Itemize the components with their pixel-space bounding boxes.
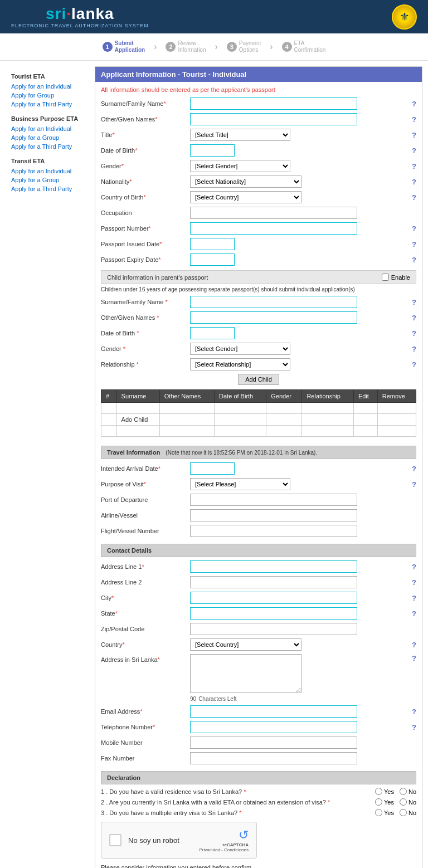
addr2-input[interactable]	[190, 576, 357, 588]
country-birth-help-icon[interactable]: ?	[412, 193, 416, 202]
nationality-help-icon[interactable]: ?	[412, 178, 416, 186]
col-relationship: Relationship	[302, 390, 354, 403]
q1-yes-label[interactable]: Yes	[375, 788, 394, 795]
contact-country-select[interactable]: [Select Country]	[190, 638, 301, 651]
dob-help-icon[interactable]: ?	[412, 147, 416, 155]
other-names-help-icon[interactable]: ?	[412, 115, 416, 124]
surname-help-icon[interactable]: ?	[412, 100, 416, 108]
step-4[interactable]: 4 ETAConfirmation	[273, 38, 335, 56]
child-surname-input[interactable]	[190, 296, 357, 308]
child-dob-help-icon[interactable]: ?	[412, 329, 416, 338]
country-birth-label: Country of Birth*	[101, 194, 190, 201]
child-relationship-help-icon[interactable]: ?	[412, 360, 416, 369]
surname-input[interactable]	[190, 97, 357, 110]
addr1-input[interactable]	[190, 560, 357, 573]
child-other-names-help-icon[interactable]: ?	[412, 314, 416, 322]
sidebar-transit-third-party[interactable]: Apply for a Third Party	[11, 184, 89, 193]
email-row: Email Address* ?	[101, 705, 416, 718]
phone-help-icon[interactable]: ?	[412, 723, 416, 732]
q2-no-radio[interactable]	[400, 798, 407, 806]
title-select[interactable]: [Select Title]	[190, 129, 290, 141]
purpose-help-icon[interactable]: ?	[412, 480, 416, 489]
recaptcha-icon: ↺	[200, 828, 249, 842]
other-names-input[interactable]	[190, 113, 357, 125]
gender-select[interactable]: [Select Gender]	[190, 160, 290, 172]
flight-input[interactable]	[190, 525, 357, 537]
passport-num-input[interactable]	[190, 222, 357, 235]
sri-lanka-addr-help-icon[interactable]: ?	[412, 654, 416, 662]
sidebar-transit-individual[interactable]: Apply for an Individual	[11, 167, 89, 175]
sidebar-tourist-group[interactable]: Apply for Group	[11, 91, 89, 100]
state-help-icon[interactable]: ?	[412, 609, 416, 618]
child-dob-input[interactable]	[190, 327, 235, 339]
child-gender-select[interactable]: [Select Gender]	[190, 343, 290, 355]
phone-input[interactable]	[190, 721, 357, 733]
q1-no-label[interactable]: No	[400, 788, 416, 795]
header: sri·lanka ELECTRONIC TRAVEL AUTHORIZATIO…	[0, 0, 428, 33]
title-help-icon[interactable]: ?	[412, 131, 416, 139]
arrival-date-help-icon[interactable]: ?	[412, 465, 416, 473]
passport-num-help-icon[interactable]: ?	[412, 225, 416, 233]
passport-issued-help-icon[interactable]: ?	[412, 240, 416, 248]
child-relationship-select[interactable]: [Select Relationship]	[190, 358, 290, 370]
nationality-select[interactable]: [Select Nationality]	[190, 175, 301, 188]
child-warning: Children under 16 years of age possessin…	[101, 286, 416, 292]
empty2-6	[302, 426, 354, 437]
sidebar-transit-group[interactable]: Apply for a Group	[11, 175, 89, 184]
q3-no-radio[interactable]	[400, 809, 407, 816]
country-birth-row: Country of Birth* [Select Country] ?	[101, 191, 416, 203]
step-1[interactable]: 1 SubmitApplication	[94, 38, 154, 56]
child-gender-row: Gender * [Select Gender] ?	[101, 343, 416, 355]
passport-expiry-help-icon[interactable]: ?	[412, 256, 416, 264]
addr2-help-icon[interactable]: ?	[412, 578, 416, 587]
city-input[interactable]	[190, 592, 357, 604]
purpose-label: Purpose of Visit*	[101, 481, 190, 487]
arrival-date-input[interactable]	[190, 462, 235, 475]
occupation-input[interactable]	[190, 207, 357, 219]
recaptcha-box[interactable]: No soy un robot ↺ reCAPTCHA Privacidad -…	[101, 822, 257, 859]
city-help-icon[interactable]: ?	[412, 594, 416, 602]
child-other-names-input[interactable]	[190, 311, 357, 324]
port-input[interactable]	[190, 494, 357, 506]
step-3[interactable]: 3 PaymentOptions	[218, 38, 270, 56]
child-surname-help-icon[interactable]: ?	[412, 298, 416, 306]
enable-child-checkbox[interactable]	[382, 274, 389, 281]
purpose-select[interactable]: [Select Please]	[190, 478, 290, 490]
add-child-button[interactable]: Add Child	[238, 374, 279, 385]
airline-input[interactable]	[190, 509, 357, 521]
sri-lanka-addr-wrap: 90 Characters Left	[190, 654, 408, 702]
q3-no-label[interactable]: No	[400, 809, 416, 816]
state-input[interactable]	[190, 607, 357, 620]
fax-input[interactable]	[190, 752, 357, 764]
q1-yes-text: Yes	[384, 788, 394, 795]
mobile-input[interactable]	[190, 737, 357, 749]
q1-yes-radio[interactable]	[375, 788, 382, 795]
dob-input[interactable]	[190, 144, 235, 157]
passport-issued-input[interactable]	[190, 238, 235, 250]
sidebar-business-third-party[interactable]: Apply for a Third Party	[11, 142, 89, 151]
email-input[interactable]	[190, 705, 357, 718]
step-2[interactable]: 2 ReviewInformation	[157, 38, 215, 56]
q3-yes-label[interactable]: Yes	[375, 809, 394, 816]
contact-country-help-icon[interactable]: ?	[412, 641, 416, 649]
q2-no-label[interactable]: No	[400, 798, 416, 806]
child-dob-input-wrap	[190, 327, 408, 339]
gender-help-icon[interactable]: ?	[412, 162, 416, 170]
sidebar-tourist-individual[interactable]: Apply for an Individual	[11, 82, 89, 91]
addr1-help-icon[interactable]: ?	[412, 563, 416, 571]
q1-no-radio[interactable]	[400, 788, 407, 795]
sidebar-business-individual[interactable]: Apply for an Individual	[11, 124, 89, 133]
sidebar-tourist-third-party[interactable]: Apply for a Third Party	[11, 100, 89, 109]
child-gender-help-icon[interactable]: ?	[412, 345, 416, 353]
q2-yes-label[interactable]: Yes	[375, 798, 394, 806]
q3-yes-radio[interactable]	[375, 809, 382, 816]
zip-input[interactable]	[190, 623, 357, 635]
recaptcha-checkbox[interactable]	[109, 834, 121, 846]
email-help-icon[interactable]: ?	[412, 708, 416, 716]
nationality-label: Nationality*	[101, 178, 190, 185]
q2-yes-radio[interactable]	[375, 798, 382, 806]
sidebar-business-group[interactable]: Apply for a Group	[11, 133, 89, 142]
passport-expiry-input[interactable]	[190, 253, 235, 266]
sri-lanka-addr-textarea[interactable]	[190, 654, 301, 693]
country-birth-select[interactable]: [Select Country]	[190, 191, 301, 203]
